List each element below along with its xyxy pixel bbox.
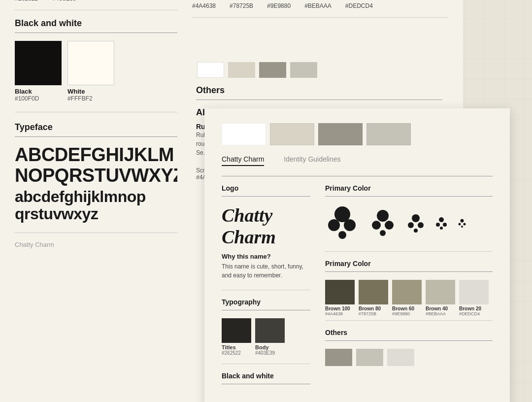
body-hex: #403E39 xyxy=(255,350,275,356)
bw-bottom-divider xyxy=(15,112,192,112)
typeface-title: Typeface xyxy=(15,122,192,133)
brown40-box xyxy=(426,280,455,304)
typo-bottom-divider xyxy=(222,364,310,364)
white-label: White xyxy=(67,88,85,95)
bw-swatch-row: Black #100F0D White #FFFBF2 xyxy=(15,41,192,102)
strip-white xyxy=(222,123,266,145)
tab-identity-guidelines[interactable]: Identity Guidelines xyxy=(284,155,340,166)
strip-beige xyxy=(270,123,314,145)
svg-point-18 xyxy=(464,223,466,225)
top-hex-row: #262522 #403E39 xyxy=(15,0,192,2)
r-hex-7: #DEDCD4 xyxy=(345,2,373,9)
body-swatch: Body #403E39 xyxy=(255,318,285,356)
brown80-swatch: Brown 80 #78725B xyxy=(359,280,388,316)
bw-divider xyxy=(15,33,192,33)
others-s3 xyxy=(387,349,414,366)
bubble-tiny1 xyxy=(435,216,448,230)
body-box xyxy=(255,318,285,343)
brown20-swatch: Brown 20 #DEDCD4 xyxy=(459,280,489,316)
card-others-title: Others xyxy=(325,329,493,336)
strip-lightgray xyxy=(366,123,411,145)
card-content: Logo Chatty Charm Why this name? This na… xyxy=(222,184,493,392)
logo-section-title: Logo xyxy=(222,184,310,192)
svg-point-2 xyxy=(344,219,356,231)
primary-color-title: Primary Color xyxy=(325,184,493,192)
black-swatch: Black #100F0D xyxy=(15,41,62,102)
svg-point-4 xyxy=(377,210,389,222)
brown20-box xyxy=(459,280,489,304)
r-s2 xyxy=(228,62,255,78)
titles-label: Titles xyxy=(222,344,236,350)
brown80-box xyxy=(359,280,388,304)
logo-brand-name: Chatty Charm xyxy=(222,204,310,248)
brand-footer: Chatty Charm xyxy=(15,241,192,248)
bubbles-divider xyxy=(325,251,493,252)
card-others-divider xyxy=(325,340,493,341)
typeface-divider xyxy=(15,136,192,137)
brown20-hex: #DEDCD4 xyxy=(459,311,489,316)
alphabet-upper: ABCDEFGHIJKLMNOPQRSTUVWXYZ xyxy=(15,145,192,186)
brown20-name: Brown 20 xyxy=(459,306,489,311)
primary-bottom-divider xyxy=(325,320,493,321)
svg-point-5 xyxy=(372,221,381,230)
typo-section-title: Typography xyxy=(222,298,310,306)
primary-color-col: Primary Color xyxy=(325,184,493,392)
white-swatch-box xyxy=(67,41,114,85)
bw-section-title: Black and white xyxy=(15,18,192,29)
alphabet-lower: abcdefghijklmnopqrstuvwxyz xyxy=(15,188,192,223)
svg-point-11 xyxy=(414,229,418,233)
left-page: #262522 #403E39 Black and white Black #1… xyxy=(0,0,207,402)
typeface-bottom-divider xyxy=(15,233,192,233)
black-label: Black xyxy=(15,88,32,95)
primary-divider-2 xyxy=(325,271,493,272)
titles-swatch: Titles #262522 xyxy=(222,318,251,356)
bubble-large xyxy=(325,204,360,241)
card-bw-divider xyxy=(222,384,310,384)
svg-point-6 xyxy=(385,221,394,230)
svg-point-1 xyxy=(328,219,340,231)
svg-point-16 xyxy=(461,219,464,222)
brown80-hex: #78725B xyxy=(359,311,388,316)
titles-box xyxy=(222,318,251,343)
right-hex-row: #4A4638 #78725B #9E9880 #BEBAAA #DEDCD4 xyxy=(192,2,448,9)
r-hex-4: #78725B xyxy=(230,2,253,9)
bubble-small xyxy=(406,213,425,233)
r-s1 xyxy=(197,62,224,78)
svg-point-7 xyxy=(380,230,386,236)
bubble-icons xyxy=(325,204,493,241)
primary-color-title-2: Primary Color xyxy=(325,260,493,268)
top-divider xyxy=(15,10,192,10)
tab-chatty-charm[interactable]: Chatty Charm xyxy=(222,155,264,166)
card-color-strip xyxy=(222,123,493,145)
brown60-name: Brown 60 xyxy=(392,306,422,311)
card-tabs: Chatty Charm Identity Guidelines xyxy=(222,155,493,166)
others-divider xyxy=(196,100,442,100)
r-hex-5: #9E9880 xyxy=(267,2,291,9)
white-swatch: White #FFFBF2 xyxy=(67,41,114,102)
svg-point-3 xyxy=(338,231,346,239)
svg-point-15 xyxy=(440,227,443,230)
titles-hex: #262522 xyxy=(222,350,241,356)
svg-point-17 xyxy=(459,223,461,225)
main-card: Chatty Charm Identity Guidelines Logo Ch… xyxy=(204,108,510,402)
right-top-divider xyxy=(192,17,448,18)
why-text: This name is cute, short, funny, and eas… xyxy=(222,262,310,280)
svg-point-14 xyxy=(443,223,447,227)
hex-2: #403E39 xyxy=(53,0,76,2)
others-title: Others xyxy=(196,85,448,96)
bubble-medium xyxy=(369,208,397,238)
typo-divider xyxy=(222,310,310,310)
svg-point-19 xyxy=(461,226,463,228)
why-title: Why this name? xyxy=(222,253,310,260)
right-swatch-row xyxy=(197,62,448,78)
svg-point-10 xyxy=(418,222,424,228)
others-s2 xyxy=(356,349,383,366)
r-hex-6: #BEBAAA xyxy=(304,2,332,9)
brown100-name: Brown 100 xyxy=(325,306,355,311)
brown100-swatch: Brown 100 #4A4638 xyxy=(325,280,355,316)
others-swatch-row xyxy=(325,349,493,366)
bubble-tiny2 xyxy=(458,218,466,228)
brown60-box xyxy=(392,280,422,304)
black-swatch-box xyxy=(15,41,62,85)
logo-divider xyxy=(222,196,310,197)
